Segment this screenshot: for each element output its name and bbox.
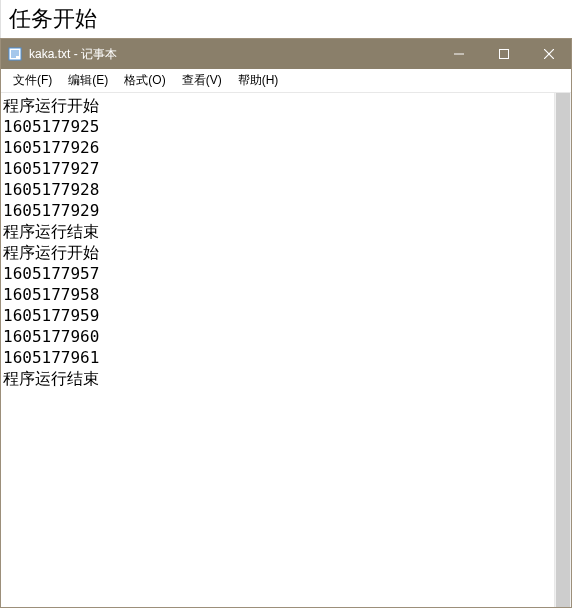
window-title: kaka.txt - 记事本	[29, 46, 436, 63]
outer-header: 任务开始	[0, 0, 572, 38]
window-controls	[436, 39, 571, 69]
menu-help[interactable]: 帮助(H)	[230, 70, 287, 91]
notepad-icon	[7, 46, 23, 62]
scroll-thumb[interactable]	[556, 93, 570, 607]
editor-area: 程序运行开始 1605177925 1605177926 1605177927 …	[1, 93, 571, 607]
menu-edit[interactable]: 编辑(E)	[60, 70, 116, 91]
svg-rect-0	[9, 48, 21, 60]
close-button[interactable]	[526, 39, 571, 69]
menu-view[interactable]: 查看(V)	[174, 70, 230, 91]
outer-header-text: 任务开始	[9, 4, 97, 34]
titlebar[interactable]: kaka.txt - 记事本	[1, 39, 571, 69]
notepad-window: kaka.txt - 记事本 文件(F) 编辑(E) 格式(O) 查看(V) 帮…	[0, 38, 572, 608]
menu-format[interactable]: 格式(O)	[116, 70, 173, 91]
svg-rect-6	[499, 50, 508, 59]
menubar: 文件(F) 编辑(E) 格式(O) 查看(V) 帮助(H)	[1, 69, 571, 93]
text-editor[interactable]: 程序运行开始 1605177925 1605177926 1605177927 …	[1, 93, 554, 607]
minimize-button[interactable]	[436, 39, 481, 69]
menu-file[interactable]: 文件(F)	[5, 70, 60, 91]
vertical-scrollbar[interactable]	[554, 93, 571, 607]
maximize-button[interactable]	[481, 39, 526, 69]
